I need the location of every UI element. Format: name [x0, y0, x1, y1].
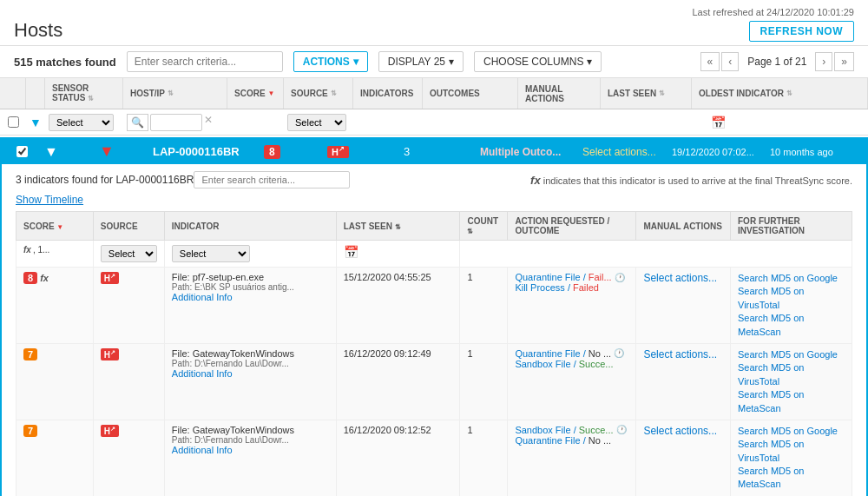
row3-count: 1	[460, 420, 508, 496]
th-checkbox	[0, 78, 26, 109]
last-refreshed: Last refreshed at 24/12/2020 10:01:29	[692, 7, 854, 17]
row2-indicator: File: GatewayTokenWindows Path: D:\Ferna…	[164, 343, 336, 420]
row1-count: 1	[460, 268, 508, 344]
row2-search-google[interactable]: Search MD5 on Google	[738, 348, 845, 361]
matches-count: 515 matches found	[14, 56, 116, 69]
row3-action: Sandbox File / Succe... 🕐 Quarantine Fil…	[508, 420, 636, 496]
inner-th-lastseen: LAST SEEN ⇅	[336, 212, 460, 241]
manual-actions-select[interactable]: Select actions...	[582, 146, 656, 158]
row1-search-virus[interactable]: Search MD5 on VirusTotal	[738, 285, 845, 312]
search-input[interactable]	[127, 51, 283, 72]
main-table: SENSOR STATUS ⇅ HOST/IP ⇅ SCORE ▼ SOURCE…	[0, 78, 868, 496]
refresh-button[interactable]: REFRESH NOW	[749, 21, 855, 42]
inner-score-filter: fx , 1...	[16, 241, 94, 268]
inner-indicator-filter-select[interactable]: Select	[172, 245, 250, 262]
first-page-button[interactable]: «	[700, 52, 720, 71]
th-indicators: INDICATORS	[353, 78, 423, 109]
outcomes-text: Multiple Outco...	[480, 146, 561, 158]
choose-columns-button[interactable]: CHOOSE COLUMNS ▾	[474, 51, 602, 72]
toolbar: 515 matches found ACTIONS ▾ DISPLAY 25 ▾…	[0, 46, 868, 78]
row3-search-google[interactable]: Search MD5 on Google	[738, 425, 845, 438]
calendar-icon[interactable]: 📅	[711, 116, 726, 129]
indicator-panel: 3 indicators found for LAP-0000116BR fx …	[2, 164, 866, 496]
expanded-row-checkbox[interactable]	[16, 146, 28, 157]
actions-button[interactable]: ACTIONS ▾	[293, 51, 368, 72]
row1-search-meta[interactable]: Search MD5 on MetaScan	[738, 312, 845, 339]
row2-clock-icon[interactable]: 🕐	[614, 348, 624, 358]
fx-note: fx indicates that this indicator is used…	[530, 174, 852, 187]
inner-th-manual: MANUAL ACTIONS	[636, 212, 731, 241]
inner-th-score: SCORE ▼	[16, 212, 94, 241]
row1-search-google[interactable]: Search MD5 on Google	[738, 272, 845, 285]
inner-filter-row: fx , 1... Select S	[16, 241, 852, 268]
pagination: « ‹ Page 1 of 21 › »	[700, 52, 854, 71]
row2-action: Quarantine File / No ... 🕐 Sandbox File …	[508, 343, 636, 420]
inner-calendar-icon[interactable]: 📅	[344, 245, 358, 259]
host-filter-input[interactable]	[150, 114, 202, 131]
row2-additional-info[interactable]: Additional Info	[172, 368, 233, 379]
filter-icon: ▼	[30, 116, 42, 129]
show-timeline-link[interactable]: Show Timeline	[16, 194, 83, 206]
expanded-row-container: ▼ ▼ LAP-0000116BR 8 H↗ 3 Multipl	[0, 137, 868, 496]
prev-page-button[interactable]: ‹	[721, 52, 739, 71]
th-host: HOST/IP ⇅	[123, 78, 227, 109]
th-lastseen: LAST SEEN ⇅	[601, 78, 692, 109]
search-icon: 🔍	[127, 114, 148, 131]
indicator-count-text: 3 indicators found for LAP-0000116BR	[16, 174, 194, 186]
row2-search-virus[interactable]: Search MD5 on VirusTotal	[738, 361, 845, 388]
row1-select-actions[interactable]: Select actions...	[643, 272, 717, 284]
inner-th-action: ACTION REQUESTED /OUTCOME	[508, 212, 636, 241]
row3-lastseen: 16/12/2020 09:12:52	[336, 420, 460, 496]
select-all-checkbox[interactable]	[8, 116, 19, 128]
th-score: SCORE ▼	[227, 78, 284, 109]
inner-indicator-filter: Select	[164, 241, 336, 268]
th-source: SOURCE ⇅	[284, 78, 353, 109]
collapse-row-icon[interactable]: ▼	[44, 144, 58, 160]
row3-additional-info[interactable]: Additional Info	[172, 445, 233, 455]
row2-count: 1	[460, 343, 508, 420]
row3-manual: Select actions...	[636, 420, 731, 496]
th-manual: MANUALACTIONS	[518, 78, 601, 109]
row2-lastseen: 16/12/2020 09:12:49	[336, 343, 460, 420]
expanded-main-row: ▼ ▼ LAP-0000116BR 8 H↗ 3 Multipl	[2, 139, 866, 164]
last-page-button[interactable]: »	[834, 52, 854, 71]
th-oldest: OLDEST INDICATOR ⇅	[692, 78, 868, 109]
row1-additional-info[interactable]: Additional Info	[172, 292, 233, 302]
inner-th-further: FOR FURTHERINVESTIGATION	[731, 212, 852, 241]
th-outcomes: OUTCOMES	[423, 78, 518, 109]
page-info: Page 1 of 21	[740, 56, 813, 68]
row2-manual: Select actions...	[636, 343, 731, 420]
row3-search-virus[interactable]: Search MD5 on VirusTotal	[738, 438, 845, 465]
row1-source: H↗	[93, 268, 164, 344]
clear-host-filter[interactable]: ✕	[204, 114, 213, 131]
row2-search-meta[interactable]: Search MD5 on MetaScan	[738, 388, 845, 415]
indicator-panel-header: 3 indicators found for LAP-0000116BR fx …	[16, 171, 852, 188]
row1-indicator: File: pf7-setup-en.exe Path: E:\BK SP us…	[164, 268, 336, 344]
row2-select-actions[interactable]: Select actions...	[643, 348, 717, 360]
row3-clock-icon[interactable]: 🕐	[616, 425, 627, 434]
indicators-count: 3	[404, 145, 410, 158]
row2-further: Search MD5 on Google Search MD5 on Virus…	[731, 343, 852, 420]
row3-select-actions[interactable]: Select actions...	[643, 425, 717, 437]
row2-source: H↗	[93, 343, 164, 420]
row3-further: Search MD5 on Google Search MD5 on Virus…	[731, 420, 852, 496]
source-badge: H↗	[327, 146, 349, 158]
row3-search-meta[interactable]: Search MD5 on MetaScan	[738, 465, 845, 492]
header-right: Last refreshed at 24/12/2020 10:01:29 RE…	[692, 7, 854, 42]
next-page-button[interactable]: ›	[815, 52, 832, 71]
row1-clock-icon[interactable]: 🕐	[615, 273, 625, 282]
indicator-search-input[interactable]	[194, 171, 350, 188]
inner-source-filter: Select	[93, 241, 164, 268]
th-sensor-status: SENSOR STATUS ⇅	[45, 78, 123, 109]
inner-source-filter-select[interactable]: Select	[101, 245, 157, 262]
host-name[interactable]: LAP-0000116BR	[153, 145, 240, 158]
source-filter[interactable]: Select	[287, 114, 346, 131]
row2-score: 7	[16, 343, 94, 420]
inner-th-source: SOURCE	[93, 212, 164, 241]
display-button[interactable]: DISPLAY 25 ▾	[378, 51, 464, 72]
sensor-status-filter[interactable]: Select	[49, 114, 114, 131]
inner-table: SCORE ▼ SOURCE INDICATOR LAST SEEN ⇅ COU…	[16, 211, 852, 496]
oldest-indicator-value: 10 months ago	[770, 147, 833, 157]
score-badge: 8	[264, 145, 280, 159]
table-row: 7 H↗ File: GatewayTokenWindows Path: D:\…	[16, 343, 852, 420]
